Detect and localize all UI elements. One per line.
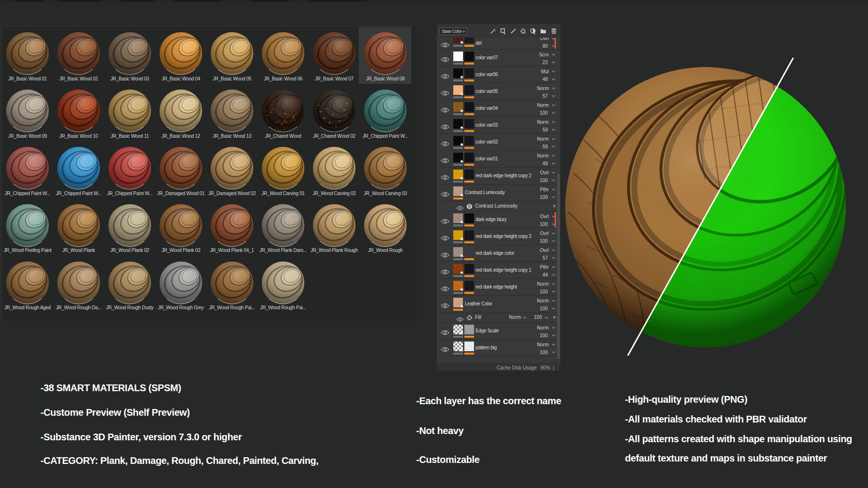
svg-text:S: S: [468, 204, 471, 209]
